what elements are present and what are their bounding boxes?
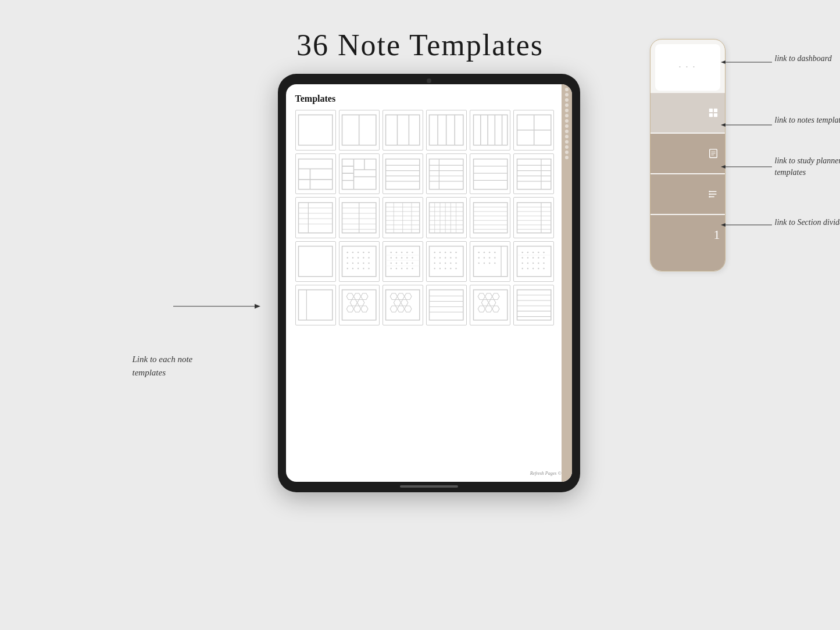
- template-cell[interactable]: [426, 110, 467, 151]
- svg-point-178: [494, 257, 495, 258]
- svg-point-198: [538, 262, 539, 263]
- template-cell[interactable]: [513, 153, 554, 194]
- svg-rect-206: [298, 290, 332, 320]
- svg-point-131: [391, 257, 392, 258]
- svg-point-188: [538, 252, 539, 253]
- template-cell[interactable]: [383, 197, 423, 238]
- svg-rect-24: [342, 159, 376, 189]
- svg-point-107: [358, 252, 359, 253]
- tablet-camera: [427, 78, 431, 83]
- sidebar-marker: [565, 135, 569, 138]
- template-cell[interactable]: [383, 285, 423, 325]
- template-cell[interactable]: [426, 285, 467, 325]
- dashboard-icon: [706, 106, 720, 120]
- template-cell[interactable]: [383, 153, 423, 194]
- svg-point-105: [347, 252, 348, 253]
- svg-rect-247: [713, 109, 717, 112]
- rp-tab-number[interactable]: 1: [650, 215, 725, 255]
- svg-point-114: [368, 257, 369, 258]
- svg-rect-248: [709, 113, 712, 117]
- svg-point-113: [363, 257, 364, 258]
- notes-icon: [706, 146, 720, 160]
- svg-point-192: [532, 257, 534, 258]
- annotation-study-label: link to study planner templates: [775, 155, 841, 178]
- template-cell[interactable]: [513, 110, 554, 151]
- rp-tab-dashboard[interactable]: [650, 93, 725, 133]
- template-cell[interactable]: [513, 241, 554, 282]
- template-cell[interactable]: [339, 197, 380, 238]
- template-cell[interactable]: [295, 110, 336, 151]
- template-cell[interactable]: [339, 285, 380, 325]
- sidebar-marker: [565, 103, 569, 107]
- svg-point-106: [352, 252, 353, 253]
- template-cell[interactable]: [470, 153, 510, 194]
- template-cell[interactable]: [470, 241, 510, 282]
- rp-tab-bottom[interactable]: [650, 255, 725, 271]
- svg-point-257: [709, 191, 710, 192]
- sidebar-marker: [565, 119, 569, 123]
- svg-point-164: [456, 262, 457, 263]
- svg-point-194: [543, 257, 544, 258]
- svg-point-195: [521, 262, 523, 263]
- svg-rect-5: [386, 115, 420, 145]
- sidebar-marker: [565, 114, 569, 117]
- annotation-lines-svg: [725, 39, 841, 330]
- sidebar-marker: [565, 109, 569, 112]
- sidebar-marker: [565, 156, 569, 159]
- svg-point-135: [412, 257, 413, 258]
- template-cell[interactable]: [426, 153, 467, 194]
- svg-point-140: [412, 262, 413, 263]
- svg-point-134: [406, 257, 408, 258]
- svg-point-137: [396, 262, 397, 263]
- svg-point-202: [532, 268, 534, 269]
- svg-point-157: [445, 257, 446, 258]
- template-cell[interactable]: [513, 285, 554, 325]
- svg-point-141: [391, 268, 392, 269]
- template-cell[interactable]: [295, 285, 336, 325]
- svg-point-133: [401, 257, 402, 258]
- svg-rect-47: [517, 159, 551, 189]
- template-cell[interactable]: [470, 285, 510, 325]
- template-cell[interactable]: [295, 197, 336, 238]
- template-cell[interactable]: [295, 241, 336, 282]
- rp-tab-list[interactable]: [650, 174, 725, 214]
- svg-point-179: [478, 262, 479, 263]
- template-cell[interactable]: [339, 110, 380, 151]
- list-icon: [706, 187, 720, 201]
- template-cell[interactable]: [339, 153, 380, 194]
- tablet-device: Templates: [278, 74, 580, 492]
- svg-point-182: [494, 262, 495, 263]
- template-cell[interactable]: [470, 110, 510, 151]
- left-arrow: [173, 300, 289, 312]
- svg-point-201: [527, 268, 528, 269]
- rp-tab-notes[interactable]: [650, 134, 725, 173]
- svg-point-112: [358, 257, 359, 258]
- annotation-dashboard-label: link to dashboard: [775, 53, 832, 65]
- template-cell[interactable]: [339, 241, 380, 282]
- svg-point-129: [406, 252, 408, 253]
- footer-text: Refresh Pages ©: [530, 471, 562, 476]
- template-cell[interactable]: [383, 241, 423, 282]
- sidebar-marker: [565, 93, 569, 96]
- template-cell[interactable]: [426, 241, 467, 282]
- template-cell[interactable]: [426, 197, 467, 238]
- tablet-content: Templates: [286, 84, 562, 482]
- svg-point-190: [521, 257, 523, 258]
- left-annotation: Link to each note templates: [133, 353, 226, 379]
- svg-point-189: [543, 252, 544, 253]
- tablet-sidebar: [562, 84, 572, 482]
- svg-point-191: [527, 257, 528, 258]
- template-cell[interactable]: [470, 197, 510, 238]
- right-panel-device: · · ·: [650, 39, 725, 271]
- svg-point-126: [391, 252, 392, 253]
- template-cell[interactable]: [383, 110, 423, 151]
- sidebar-marker: [565, 98, 569, 102]
- svg-point-174: [494, 252, 495, 253]
- template-cell[interactable]: [513, 197, 554, 238]
- svg-point-132: [396, 257, 397, 258]
- template-cell[interactable]: [295, 153, 336, 194]
- content-area: Link to each note templates Templates: [0, 62, 840, 492]
- svg-point-155: [434, 257, 435, 258]
- svg-point-138: [401, 262, 402, 263]
- svg-point-118: [363, 262, 364, 263]
